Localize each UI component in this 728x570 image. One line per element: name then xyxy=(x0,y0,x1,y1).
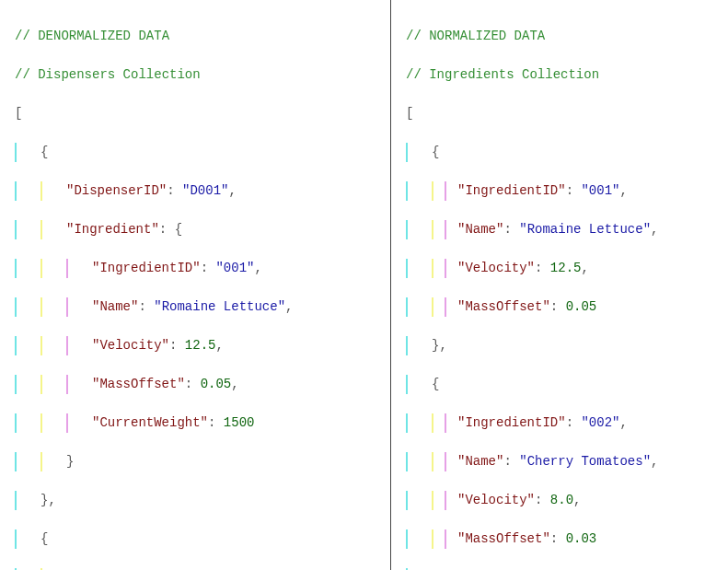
ri1-vel-key: "Velocity" xyxy=(457,261,535,275)
left-comment-2: // Dispensers Collection xyxy=(15,67,201,82)
ri2-mo-val: 0.03 xyxy=(566,531,597,546)
d1-mo-val: 0.05 xyxy=(201,377,232,391)
d1-name-key: "Name" xyxy=(92,299,138,314)
d1-dispenserid-key: "DispenserID" xyxy=(66,183,167,198)
d1-cw-key: "CurrentWeight" xyxy=(92,415,208,430)
ri2-mo-key: "MassOffset" xyxy=(457,531,550,546)
d1-iid-val: "001" xyxy=(215,261,254,275)
ri2-vel-val: 8.0 xyxy=(550,493,573,507)
ri1-iid-val: "001" xyxy=(581,183,619,198)
d1-vel-val: 12.5 xyxy=(185,338,216,353)
ri1-name-val: "Romaine Lettuce" xyxy=(519,222,651,237)
ri2-vel-key: "Velocity" xyxy=(457,493,535,507)
ri1-vel-val: 12.5 xyxy=(550,261,582,275)
ri1-iid-key: "IngredientID" xyxy=(457,183,566,198)
ri2-name-key: "Name" xyxy=(457,454,503,469)
d1-vel-key: "Velocity" xyxy=(92,338,169,353)
left-panel: // DENORMALIZED DATA // Dispensers Colle… xyxy=(0,0,391,570)
code-comparison: // DENORMALIZED DATA // Dispensers Colle… xyxy=(0,0,728,570)
d1-name-val: "Romaine Lettuce" xyxy=(154,299,285,314)
d1-mo-key: "MassOffset" xyxy=(92,377,185,391)
d1-cw-val: 1500 xyxy=(224,415,255,430)
ri2-iid-val: "002" xyxy=(581,415,619,430)
left-comment-1: // DENORMALIZED DATA xyxy=(15,29,169,43)
d1-dispenserid-val: "D001" xyxy=(182,183,228,198)
ri1-mo-key: "MassOffset" xyxy=(457,299,550,314)
ri1-name-key: "Name" xyxy=(457,222,503,237)
ri2-name-val: "Cherry Tomatoes" xyxy=(519,454,651,469)
d1-iid-key: "IngredientID" xyxy=(92,261,201,275)
right-comment-1: // NORMALIZED DATA xyxy=(406,29,545,43)
right-comment-2: // Ingredients Collection xyxy=(406,67,599,82)
ri1-mo-val: 0.05 xyxy=(566,299,597,314)
ri2-iid-key: "IngredientID" xyxy=(457,415,566,430)
d1-ingredient-key: "Ingredient" xyxy=(66,222,159,237)
right-panel: // NORMALIZED DATA // Ingredients Collec… xyxy=(391,0,728,570)
